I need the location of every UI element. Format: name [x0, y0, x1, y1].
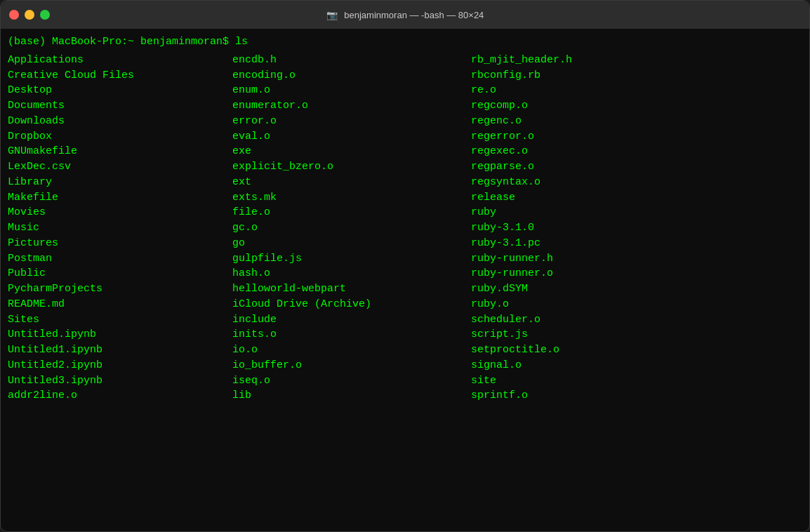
prompt-text: (base) MacBook-Pro:~ benjaminmoran$ ls	[8, 36, 248, 48]
ls-item: enumerator.o	[232, 98, 471, 114]
ls-item: Makefile	[8, 190, 232, 206]
ls-item: release	[471, 190, 802, 206]
ls-item: eval.o	[232, 129, 471, 145]
ls-item: Postman	[8, 251, 232, 267]
ls-item: setproctitle.o	[471, 343, 802, 358]
ls-item: error.o	[232, 114, 471, 129]
ls-item: Untitled1.ipynb	[8, 343, 232, 358]
ls-item: Movies	[8, 205, 232, 220]
ls-item: include	[232, 312, 471, 328]
title-bar: 📷 benjaminmoran — -bash — 80×24	[1, 1, 809, 29]
prompt-line: (base) MacBook-Pro:~ benjaminmoran$ ls	[8, 34, 802, 50]
ls-item: exts.mk	[232, 190, 471, 206]
ls-item: rb_mjit_header.h	[471, 53, 802, 68]
ls-item: Untitled3.ipynb	[8, 373, 232, 389]
ls-item: ext	[232, 175, 471, 190]
ls-item: hash.o	[232, 266, 471, 281]
minimize-button[interactable]	[25, 10, 34, 20]
ls-item: script.js	[471, 327, 802, 343]
ls-item: regerror.o	[471, 129, 802, 145]
ls-item: ruby.o	[471, 297, 802, 312]
ls-item: encdb.h	[232, 53, 471, 68]
ls-item: ruby.dSYM	[471, 281, 802, 297]
ls-item: Untitled.ipynb	[8, 327, 232, 343]
ls-item: GNUmakefile	[8, 144, 232, 159]
ls-item: Dropbox	[8, 129, 232, 145]
ls-item: Library	[8, 175, 232, 190]
ls-item: Creative Cloud Files	[8, 68, 232, 84]
ls-item: ruby-3.1.pc	[471, 236, 802, 251]
ls-item: ruby-3.1.0	[471, 220, 802, 236]
maximize-button[interactable]	[40, 10, 50, 20]
close-button[interactable]	[9, 10, 19, 20]
terminal-content[interactable]: (base) MacBook-Pro:~ benjaminmoran$ ls A…	[1, 29, 809, 531]
ls-item: scheduler.o	[471, 312, 802, 328]
ls-item: regexec.o	[471, 144, 802, 159]
ls-item: README.md	[8, 297, 232, 312]
ls-item: regsyntax.o	[471, 175, 802, 190]
ls-item: PycharmProjects	[8, 281, 232, 297]
ls-item: rbconfig.rb	[471, 68, 802, 84]
title-text: benjaminmoran — -bash — 80×24	[344, 10, 484, 20]
ls-item: gc.o	[232, 220, 471, 236]
ls-output-grid: Applicationsencdb.hrb_mjit_header.hCreat…	[8, 53, 802, 404]
ls-item: iseq.o	[232, 373, 471, 389]
ls-item: helloworld-webpart	[232, 281, 471, 297]
ls-item: Applications	[8, 53, 232, 68]
ls-item: Desktop	[8, 83, 232, 98]
terminal-window: 📷 benjaminmoran — -bash — 80×24 (base) M…	[0, 0, 810, 532]
ls-item: Music	[8, 220, 232, 236]
ls-item: addr2line.o	[8, 388, 232, 404]
ls-item: enum.o	[232, 83, 471, 98]
title-bar-text: 📷 benjaminmoran — -bash — 80×24	[326, 10, 484, 20]
ls-item: lib	[232, 388, 471, 404]
ls-item: exe	[232, 144, 471, 159]
ls-item: file.o	[232, 205, 471, 220]
ls-item: iCloud Drive (Archive)	[232, 297, 471, 312]
ls-item: explicit_bzero.o	[232, 159, 471, 175]
traffic-lights	[9, 10, 50, 20]
ls-item: go	[232, 236, 471, 251]
ls-item: sprintf.o	[471, 388, 802, 404]
ls-item: site	[471, 373, 802, 389]
ls-item: Sites	[8, 312, 232, 328]
ls-item: ruby-runner.h	[471, 251, 802, 267]
ls-item: io.o	[232, 343, 471, 358]
ls-item: regparse.o	[471, 159, 802, 175]
ls-item: Downloads	[8, 114, 232, 129]
title-icon: 📷	[326, 10, 338, 20]
ls-item: signal.o	[471, 358, 802, 373]
ls-item: inits.o	[232, 327, 471, 343]
ls-item: Documents	[8, 98, 232, 114]
ls-item: ruby-runner.o	[471, 266, 802, 281]
ls-item: regenc.o	[471, 114, 802, 129]
ls-item: Untitled2.ipynb	[8, 358, 232, 373]
ls-item: ruby	[471, 205, 802, 220]
ls-item: regcomp.o	[471, 98, 802, 114]
ls-item: Public	[8, 266, 232, 281]
ls-item: Pictures	[8, 236, 232, 251]
ls-item: encoding.o	[232, 68, 471, 84]
ls-item: LexDec.csv	[8, 159, 232, 175]
ls-item: gulpfile.js	[232, 251, 471, 267]
ls-item: re.o	[471, 83, 802, 98]
ls-item: io_buffer.o	[232, 358, 471, 373]
